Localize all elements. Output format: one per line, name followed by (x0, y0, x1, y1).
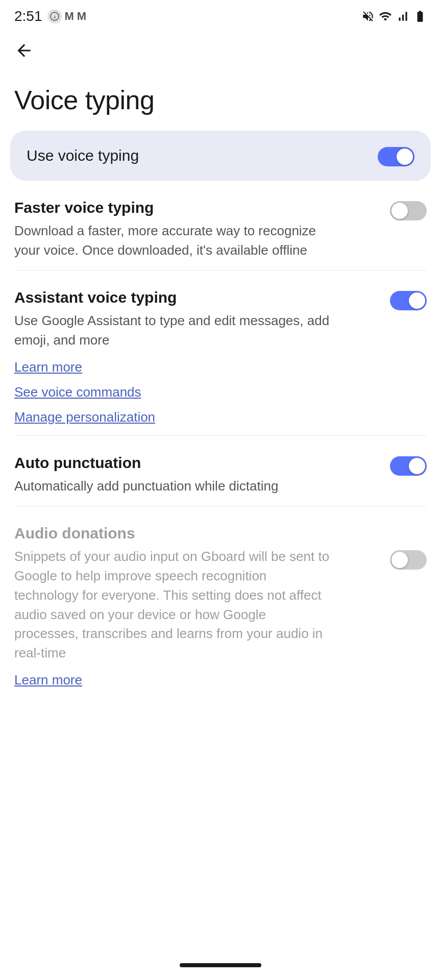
faster-voice-typing-toggle[interactable] (390, 201, 427, 220)
faster-voice-typing-text: Faster voice typing Download a faster, m… (14, 199, 382, 260)
back-arrow-icon (14, 45, 34, 64)
page-title: Voice typing (0, 69, 441, 131)
bottom-nav-bar (0, 954, 441, 980)
audio-donations-learn-more-link[interactable]: Learn more (14, 672, 427, 688)
faster-voice-typing-toggle-thumb (391, 203, 408, 219)
assistant-voice-typing-desc: Use Google Assistant to type and edit me… (14, 311, 382, 350)
audio-donations-links: Learn more (14, 672, 427, 688)
gmail-icon-2: M (77, 10, 86, 23)
auto-punctuation-section: Auto punctuation Automatically add punct… (0, 436, 441, 506)
bottom-home-indicator (180, 963, 261, 967)
status-right (361, 10, 427, 23)
status-left: 2:51 J M M (14, 8, 86, 24)
audio-donations-section: Audio donations Snippets of your audio i… (0, 506, 441, 698)
use-voice-typing-toggle[interactable] (378, 147, 414, 166)
assistant-learn-more-link[interactable]: Learn more (14, 359, 427, 375)
assistant-voice-typing-title: Assistant voice typing (14, 289, 382, 306)
gmail-icon-1: M (65, 10, 74, 23)
status-icons-left: J M M (47, 9, 87, 23)
jio-icon: J (47, 9, 62, 23)
back-button[interactable] (0, 31, 441, 69)
battery-icon (413, 10, 427, 23)
mute-icon (361, 10, 375, 23)
see-voice-commands-link[interactable]: See voice commands (14, 384, 427, 400)
faster-voice-typing-title: Faster voice typing (14, 199, 382, 216)
auto-punctuation-desc: Automatically add punctuation while dict… (14, 477, 382, 496)
faster-voice-typing-desc: Download a faster, more accurate way to … (14, 222, 382, 260)
audio-donations-desc: Snippets of your audio input on Gboard w… (14, 547, 382, 663)
use-voice-typing-toggle-thumb (397, 149, 413, 165)
audio-donations-title: Audio donations (14, 525, 382, 542)
faster-voice-typing-section: Faster voice typing Download a faster, m… (0, 181, 441, 270)
use-voice-typing-label: Use voice typing (27, 147, 139, 164)
auto-punctuation-title: Auto punctuation (14, 454, 382, 472)
assistant-voice-typing-links: Learn more See voice commands Manage per… (14, 359, 427, 425)
audio-donations-text: Audio donations Snippets of your audio i… (14, 525, 382, 663)
manage-personalization-link[interactable]: Manage personalization (14, 409, 427, 425)
assistant-voice-typing-toggle[interactable] (390, 291, 427, 310)
svg-text:J: J (54, 15, 56, 19)
auto-punctuation-text: Auto punctuation Automatically add punct… (14, 454, 382, 496)
wifi-icon (379, 10, 392, 23)
assistant-voice-typing-section: Assistant voice typing Use Google Assist… (0, 271, 441, 435)
auto-punctuation-toggle[interactable] (390, 456, 427, 476)
status-time: 2:51 (14, 8, 42, 24)
assistant-voice-typing-text: Assistant voice typing Use Google Assist… (14, 289, 382, 350)
audio-donations-toggle[interactable] (390, 550, 427, 570)
use-voice-typing-card[interactable]: Use voice typing (10, 131, 431, 181)
status-bar: 2:51 J M M (0, 0, 441, 31)
auto-punctuation-toggle-thumb (409, 458, 425, 474)
signal-icon (396, 10, 409, 23)
